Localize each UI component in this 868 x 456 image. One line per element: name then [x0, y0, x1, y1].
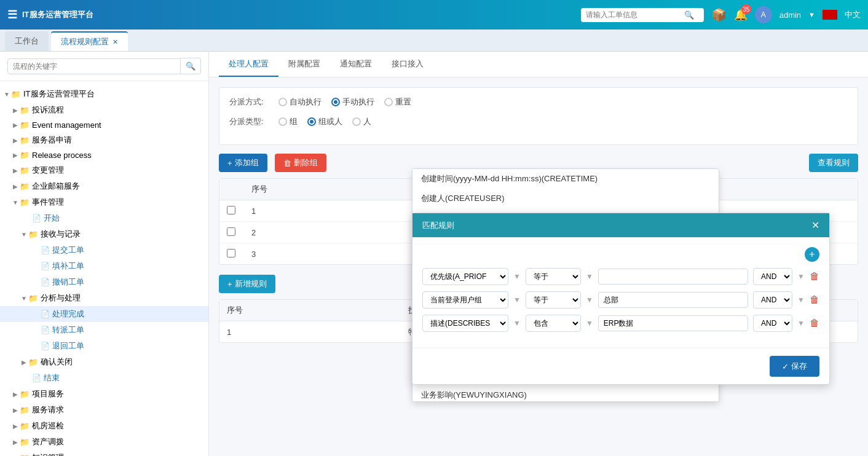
- rule-logic-select-2[interactable]: AND OR: [753, 291, 792, 309]
- tree-label-release: Release process: [32, 151, 92, 160]
- rule-row-2: 当前登录用户组 ▼ 等于 ▼ AND OR ▼ 🗑: [422, 291, 819, 309]
- radio-person-only[interactable]: 人: [352, 116, 371, 127]
- tree-item-project[interactable]: ▶ 📁 项目服务: [0, 386, 208, 402]
- tree-item-return[interactable]: 📄 退回工单: [0, 338, 208, 354]
- tree-item-room-check[interactable]: ▶ 📁 机房巡检: [0, 418, 208, 434]
- rule-add-condition-button[interactable]: +: [805, 247, 819, 262]
- tree-item-receive[interactable]: ▼ 📁 接收与记录: [0, 226, 208, 242]
- subtab-notification[interactable]: 通知配置: [330, 52, 382, 77]
- add-group-label: 添加组: [235, 157, 259, 168]
- tree-item-fill[interactable]: 📄 填补工单: [0, 258, 208, 274]
- rule-op-select-3[interactable]: 包含: [526, 315, 581, 332]
- tree-arrow-receive: ▼: [20, 231, 28, 238]
- tree-item-root[interactable]: ▼ 📁 IT服务运营管理平台: [0, 86, 208, 102]
- sidebar-search-input[interactable]: [7, 58, 181, 74]
- add-group-plus-icon: +: [227, 159, 232, 168]
- rule-logic-select-3[interactable]: AND OR: [753, 315, 792, 332]
- language-label[interactable]: 中文: [845, 9, 861, 20]
- dropdown-item-yewu[interactable]: 业务影响(YEWUYINGXIANG): [412, 385, 719, 402]
- tree-item-knowledge[interactable]: ▶ 📁 知识管理: [0, 450, 208, 456]
- tab-close-icon[interactable]: ✕: [112, 38, 118, 46]
- dropdown-item-createtime[interactable]: 创建时间(yyyy-MM-dd HH:mm:ss)(CREATETIME): [412, 169, 719, 189]
- rule-delete-button-1[interactable]: 🗑: [810, 271, 819, 282]
- tree-item-transfer[interactable]: 📄 转派工单: [0, 322, 208, 338]
- row-checkbox-1[interactable]: [227, 206, 235, 214]
- rule-field-select-1[interactable]: 优先级(A_PRIOF: [422, 268, 508, 285]
- tree-item-change[interactable]: ▶ 📁 变更管理: [0, 162, 208, 178]
- sub-tabs: 处理人配置 附属配置 通知配置 接口接入: [209, 52, 868, 77]
- rule-logic-select-1[interactable]: AND OR: [753, 268, 792, 285]
- rule-value-input-1[interactable]: [598, 269, 748, 285]
- tree-item-cancel[interactable]: 📄 撤销工单: [0, 274, 208, 290]
- radio-person-only-circle: [352, 117, 361, 126]
- rule-field-select-3[interactable]: 描述(DESCRIBES: [422, 315, 508, 332]
- tree-label-incident: 事件管理: [32, 197, 64, 208]
- tree-item-done[interactable]: 📄 处理完成: [0, 306, 208, 322]
- radio-group-only[interactable]: 组: [278, 116, 298, 127]
- tree-label-end: 结束: [44, 372, 60, 383]
- tree-item-event-mgmt[interactable]: ▶ 📁 Event management: [0, 118, 208, 132]
- subtab-interface[interactable]: 接口接入: [382, 52, 433, 77]
- radio-group-person[interactable]: 组或人: [307, 116, 342, 127]
- tree-item-end[interactable]: 📄 结束: [0, 370, 208, 386]
- rule-op-select-2[interactable]: 等于: [526, 291, 581, 309]
- tab-flow-config-label: 流程规则配置: [61, 36, 109, 47]
- sidebar-search-button[interactable]: 🔍: [181, 58, 201, 74]
- rule-value-input-3[interactable]: [598, 315, 748, 331]
- tree-item-asset[interactable]: ▶ 📁 资产调拨: [0, 434, 208, 450]
- app-title: IT服务运营管理平台: [22, 9, 93, 20]
- rule-value-input-2[interactable]: [598, 292, 748, 308]
- bell-icon[interactable]: 🔔 35: [734, 8, 748, 22]
- rule-op-select-1[interactable]: 等于: [526, 268, 581, 285]
- admin-label[interactable]: admin: [779, 10, 801, 20]
- rule-modal-close-button[interactable]: ✕: [811, 219, 819, 231]
- menu-icon[interactable]: ☰: [7, 8, 17, 22]
- del-group-button[interactable]: 🗑 删除组: [275, 154, 326, 172]
- tree-label-event-mgmt: Event management: [32, 120, 101, 130]
- tree-item-release[interactable]: ▶ 📁 Release process: [0, 148, 208, 162]
- tree-item-server[interactable]: ▶ 📁 服务器申请: [0, 132, 208, 148]
- tree-item-incident[interactable]: ▼ 📁 事件管理: [0, 194, 208, 210]
- tree-item-analyze[interactable]: ▼ 📁 分析与处理: [0, 290, 208, 306]
- rule-delete-button-2[interactable]: 🗑: [810, 294, 819, 305]
- dispatch-method-group: 自动执行 手动执行 重置: [278, 96, 411, 108]
- subtab-handler[interactable]: 处理人配置: [219, 52, 278, 77]
- tab-workbench[interactable]: 工作台: [5, 31, 49, 51]
- folder-icon-release: 📁: [20, 151, 30, 160]
- rule-chevron-3: ▼: [513, 319, 521, 328]
- radio-reset[interactable]: 重置: [384, 96, 411, 108]
- rule-field-select-2[interactable]: 当前登录用户组: [422, 291, 508, 309]
- tree-item-confirm-close[interactable]: ▶ 📁 确认关闭: [0, 354, 208, 370]
- tree-item-submit[interactable]: 📄 提交工单: [0, 242, 208, 258]
- view-rule-button[interactable]: 查看规则: [809, 154, 858, 172]
- package-icon[interactable]: 📦: [711, 7, 727, 22]
- add-rule-button[interactable]: + 新增规则: [219, 275, 275, 293]
- tree-item-start[interactable]: 📄 开始: [0, 210, 208, 226]
- tab-flow-config[interactable]: 流程规则配置 ✕: [51, 31, 128, 51]
- tree-item-email[interactable]: ▶ 📁 企业邮箱服务: [0, 178, 208, 194]
- rule-chevron-2: ▼: [513, 296, 521, 304]
- rule-delete-button-3[interactable]: 🗑: [810, 318, 819, 329]
- tree-arrow-root: ▼: [2, 91, 11, 98]
- tree-label-change: 变更管理: [32, 165, 64, 176]
- rule-row-1: 优先级(A_PRIOF ▼ 等于 ▼ AND OR ▼ 🗑: [422, 268, 819, 285]
- tree-item-complaint[interactable]: ▶ 📁 投诉流程: [0, 102, 208, 118]
- folder-icon-project: 📁: [20, 390, 30, 399]
- tree-arrow-asset: ▶: [11, 439, 20, 446]
- row-checkbox-2[interactable]: [227, 227, 235, 236]
- search-icon[interactable]: 🔍: [684, 10, 694, 20]
- folder-icon-analyze: 📁: [28, 294, 38, 303]
- radio-auto-label: 自动执行: [290, 96, 322, 108]
- radio-manual[interactable]: 手动执行: [331, 96, 374, 108]
- tree-item-service-req[interactable]: ▶ 📁 服务请求: [0, 402, 208, 418]
- radio-auto[interactable]: 自动执行: [278, 96, 322, 108]
- row-checkbox-3[interactable]: [227, 249, 235, 257]
- tree-label-analyze: 分析与处理: [41, 293, 81, 304]
- del-group-trash-icon: 🗑: [283, 159, 291, 168]
- dropdown-item-createuser[interactable]: 创建人(CREATEUSER): [412, 189, 719, 208]
- subtab-attachment[interactable]: 附属配置: [278, 52, 330, 77]
- save-button[interactable]: ✓ 保存: [770, 356, 819, 377]
- dispatch-method-row: 分派方式: 自动执行 手动执行 重置: [229, 96, 848, 108]
- add-group-button[interactable]: + 添加组: [219, 154, 267, 172]
- search-input[interactable]: [586, 10, 684, 19]
